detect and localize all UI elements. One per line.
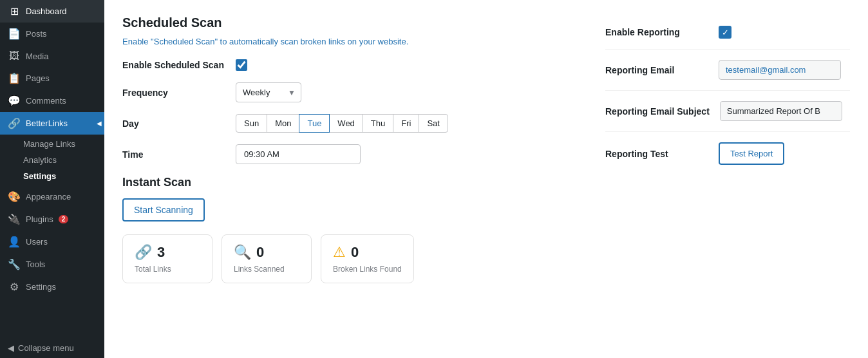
links-scanned-label: Links Scanned [234,265,299,274]
stat-links-scanned: 🔍 0 Links Scanned [222,234,312,283]
day-mon[interactable]: Mon [267,114,299,133]
day-row: Day Sun Mon Tue Wed Thu Fri Sat [122,114,580,133]
sidebar-item-media[interactable]: 🖼 Media [0,45,104,67]
frequency-row: Frequency Daily Weekly Monthly ▼ [122,82,580,102]
enable-scheduled-scan-row: Enable Scheduled Scan [122,59,580,71]
info-text: Enable "Scheduled Scan" to automatically… [122,37,580,46]
appearance-icon: 🎨 [8,191,21,203]
dashboard-icon: ⊞ [8,5,21,17]
day-thu[interactable]: Thu [363,114,393,133]
time-label: Time [122,149,225,160]
frequency-label: Frequency [122,88,225,98]
start-scanning-button[interactable]: Start Scanning [122,198,205,221]
sidebar-item-tools[interactable]: 🔧 Tools [0,253,104,276]
enable-reporting-row: Enable Reporting ✓ [605,15,850,50]
sidebar-item-plugins[interactable]: 🔌 Plugins 2 [0,208,104,231]
frequency-select[interactable]: Daily Weekly Monthly [236,83,301,102]
tools-icon: 🔧 [8,258,21,270]
day-sun[interactable]: Sun [236,114,267,133]
links-scanned-count: 0 [256,244,264,261]
sidebar-item-settings[interactable]: ⚙ Settings [0,276,104,298]
main-content: Scheduled Scan Enable "Scheduled Scan" t… [104,0,868,358]
left-panel: Scheduled Scan Enable "Scheduled Scan" t… [122,15,580,343]
stat-total-links: 🔗 3 Total Links [122,234,212,283]
time-row: Time [122,144,580,164]
sidebar-item-comments[interactable]: 💬 Comments [0,90,104,112]
reporting-email-input[interactable] [719,60,841,80]
enable-reporting-checkbox[interactable]: ✓ [719,26,731,39]
sidebar-item-pages[interactable]: 📋 Pages [0,67,104,90]
reporting-subject-row: Reporting Email Subject [605,91,850,132]
day-buttons: Sun Mon Tue Wed Thu Fri Sat [236,114,448,133]
time-input[interactable] [236,144,361,164]
stat-top-total: 🔗 3 [135,244,200,261]
day-tue[interactable]: Tue [299,114,330,133]
right-panel: Enable Reporting ✓ Reporting Email Repor… [605,15,850,343]
enable-scheduled-scan-checkbox[interactable] [236,59,247,71]
betterlinks-submenu: Manage Links Analytics Settings [0,135,104,185]
page-title: Scheduled Scan [122,15,580,30]
broken-links-count: 0 [351,244,359,261]
sidebar-item-appearance[interactable]: 🎨 Appearance [0,185,104,208]
reporting-subject-input[interactable] [720,101,842,121]
reporting-email-row: Reporting Email [605,50,850,91]
day-fri[interactable]: Fri [393,114,419,133]
day-sat[interactable]: Sat [419,114,448,133]
betterlinks-icon: 🔗 [8,117,21,129]
sidebar-item-analytics[interactable]: Analytics [0,152,104,168]
sidebar: ⊞ Dashboard 📄 Posts 🖼 Media 📋 Pages 💬 Co… [0,0,104,358]
users-icon: 👤 [8,236,21,248]
comments-icon: 💬 [8,95,21,107]
reporting-subject-label: Reporting Email Subject [605,106,710,117]
sidebar-item-manage-links[interactable]: Manage Links [0,136,104,152]
reporting-email-label: Reporting Email [605,65,708,75]
posts-icon: 📄 [8,28,21,40]
broken-links-icon: ⚠ [333,244,346,261]
stat-top-scanned: 🔍 0 [234,244,299,261]
links-scanned-icon: 🔍 [234,244,251,261]
settings-icon: ⚙ [8,281,21,293]
reporting-test-row: Reporting Test Test Report [605,132,850,175]
sidebar-item-posts[interactable]: 📄 Posts [0,23,104,45]
frequency-select-wrapper[interactable]: Daily Weekly Monthly ▼ [236,82,301,102]
collapse-icon: ◀ [8,343,14,353]
reporting-test-label: Reporting Test [605,149,708,159]
media-icon: 🖼 [8,50,21,62]
total-links-count: 3 [157,244,165,261]
stat-top-broken: ⚠ 0 [333,244,402,261]
plugins-icon: 🔌 [8,213,21,225]
sidebar-item-settings-sub[interactable]: Settings [0,168,104,184]
collapse-menu[interactable]: ◀ Collapse menu [0,338,104,358]
plugins-badge: 2 [59,215,69,223]
day-wed[interactable]: Wed [329,114,363,133]
enable-reporting-label: Enable Reporting [605,27,708,37]
pages-icon: 📋 [8,72,21,84]
stat-broken-links: ⚠ 0 Broken Links Found [321,234,414,283]
enable-label: Enable Scheduled Scan [122,60,225,70]
total-links-label: Total Links [135,265,200,274]
stats-row: 🔗 3 Total Links 🔍 0 Links Scanned ⚠ 0 Br… [122,234,580,283]
instant-scan-title: Instant Scan [122,176,580,189]
sidebar-item-dashboard[interactable]: ⊞ Dashboard [0,0,104,23]
sidebar-item-users[interactable]: 👤 Users [0,231,104,253]
day-label: Day [122,118,225,129]
sidebar-item-betterlinks[interactable]: 🔗 BetterLinks [0,112,104,135]
test-report-button[interactable]: Test Report [719,142,784,165]
broken-links-label: Broken Links Found [333,265,402,274]
total-links-icon: 🔗 [135,244,152,261]
